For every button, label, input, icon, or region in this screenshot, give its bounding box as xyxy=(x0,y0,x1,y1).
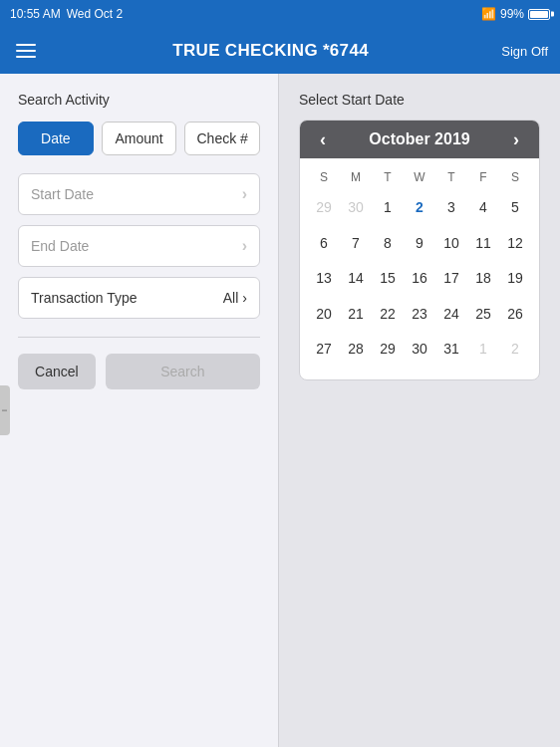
app-header: TRUE CHECKING *6744 Sign Off xyxy=(0,28,560,74)
transaction-type-chevron-icon: › xyxy=(242,290,247,306)
transaction-type-value: All › xyxy=(223,290,247,306)
calendar-day[interactable]: 7 xyxy=(340,226,372,262)
calendar-day[interactable]: 5 xyxy=(499,190,531,226)
select-start-date-title: Select Start Date xyxy=(299,92,540,108)
calendar-day[interactable]: 10 xyxy=(435,226,467,262)
calendar-day[interactable]: 1 xyxy=(467,332,499,368)
cancel-button[interactable]: Cancel xyxy=(18,354,96,389)
left-panel: Search Activity Date Amount Check # Star… xyxy=(0,74,279,747)
search-button[interactable]: Search xyxy=(106,354,260,389)
calendar-prev-button[interactable]: ‹ xyxy=(316,130,330,148)
calendar-day[interactable]: 30 xyxy=(404,332,435,368)
calendar-day[interactable]: 11 xyxy=(467,226,499,262)
calendar-day[interactable]: 29 xyxy=(372,332,404,368)
weekday-sun: S xyxy=(308,168,340,186)
calendar-day[interactable]: 23 xyxy=(404,297,435,333)
sign-off-button[interactable]: Sign Off xyxy=(501,40,548,63)
calendar-day[interactable]: 26 xyxy=(499,297,531,333)
calendar-next-button[interactable]: › xyxy=(509,130,523,148)
calendar-day[interactable]: 9 xyxy=(404,226,435,262)
calendar-day[interactable]: 29 xyxy=(308,190,340,226)
calendar-day[interactable]: 3 xyxy=(435,190,467,226)
calendar-day[interactable]: 22 xyxy=(372,297,404,333)
main-content: Search Activity Date Amount Check # Star… xyxy=(0,74,560,747)
filter-date-button[interactable]: Date xyxy=(18,122,94,155)
start-date-chevron-icon: › xyxy=(242,185,247,203)
end-date-label: End Date xyxy=(31,238,89,254)
wifi-icon: 📶 xyxy=(481,7,496,21)
calendar-day[interactable]: 28 xyxy=(340,332,372,368)
calendar-days: 29 30 1 2 3 4 5 6 7 8 9 10 11 12 13 xyxy=(300,190,539,374)
filter-check-button[interactable]: Check # xyxy=(184,122,260,155)
calendar-month-year: October 2019 xyxy=(369,130,469,148)
calendar-day[interactable]: 21 xyxy=(340,297,372,333)
calendar-day[interactable]: 12 xyxy=(499,226,531,262)
status-right: 📶 99% xyxy=(481,7,550,21)
calendar-day[interactable]: 31 xyxy=(435,332,467,368)
calendar-day[interactable]: 8 xyxy=(372,226,404,262)
transaction-type-label: Transaction Type xyxy=(31,290,138,306)
calendar-day[interactable]: 18 xyxy=(467,261,499,297)
weekday-wed: W xyxy=(404,168,435,186)
status-time: 10:55 AM xyxy=(10,7,61,21)
calendar-weekdays: S M T W T F S xyxy=(300,164,539,190)
calendar-day[interactable]: 2 xyxy=(499,332,531,368)
status-bar: 10:55 AM Wed Oct 2 📶 99% xyxy=(0,0,560,28)
calendar-day[interactable]: 1 xyxy=(372,190,404,226)
menu-button[interactable] xyxy=(12,40,40,62)
weekday-tue: T xyxy=(372,168,404,186)
start-date-label: Start Date xyxy=(31,186,94,202)
calendar-day[interactable]: 6 xyxy=(308,226,340,262)
calendar-day[interactable]: 24 xyxy=(435,297,467,333)
weekday-thu: T xyxy=(435,168,467,186)
filter-amount-button[interactable]: Amount xyxy=(102,122,177,155)
status-left: 10:55 AM Wed Oct 2 xyxy=(10,7,123,21)
calendar-day[interactable]: 15 xyxy=(372,261,404,297)
calendar-day[interactable]: 14 xyxy=(340,261,372,297)
start-date-input[interactable]: Start Date › xyxy=(18,173,260,215)
weekday-mon: M xyxy=(340,168,372,186)
calendar-day[interactable]: 25 xyxy=(467,297,499,333)
status-date: Wed Oct 2 xyxy=(67,7,123,21)
filter-button-group: Date Amount Check # xyxy=(18,122,260,155)
right-panel: Select Start Date ‹ October 2019 › S M T… xyxy=(279,74,560,747)
calendar-header: ‹ October 2019 › xyxy=(300,121,539,158)
search-activity-title: Search Activity xyxy=(18,92,260,108)
calendar-day[interactable]: 16 xyxy=(404,261,435,297)
calendar-day[interactable]: 20 xyxy=(308,297,340,333)
calendar-day[interactable]: 19 xyxy=(499,261,531,297)
end-date-chevron-icon: › xyxy=(242,237,247,255)
weekday-sat: S xyxy=(499,168,531,186)
battery-percent: 99% xyxy=(500,7,524,21)
calendar-day[interactable]: 27 xyxy=(308,332,340,368)
calendar-day[interactable]: 4 xyxy=(467,190,499,226)
calendar-day[interactable]: 13 xyxy=(308,261,340,297)
calendar-grid: S M T W T F S 29 30 1 2 3 4 5 xyxy=(300,158,539,379)
header-title: TRUE CHECKING *6744 xyxy=(40,41,501,61)
transaction-type-row[interactable]: Transaction Type All › xyxy=(18,277,260,319)
battery-icon xyxy=(528,9,550,20)
calendar: ‹ October 2019 › S M T W T F S 2 xyxy=(299,120,540,380)
weekday-fri: F xyxy=(467,168,499,186)
end-date-input[interactable]: End Date › xyxy=(18,225,260,267)
calendar-day[interactable]: 30 xyxy=(340,190,372,226)
calendar-day[interactable]: 17 xyxy=(435,261,467,297)
divider xyxy=(18,337,260,338)
calendar-day-today[interactable]: 2 xyxy=(404,190,435,226)
sidebar-handle[interactable] xyxy=(0,385,10,435)
action-buttons: Cancel Search xyxy=(18,354,260,389)
